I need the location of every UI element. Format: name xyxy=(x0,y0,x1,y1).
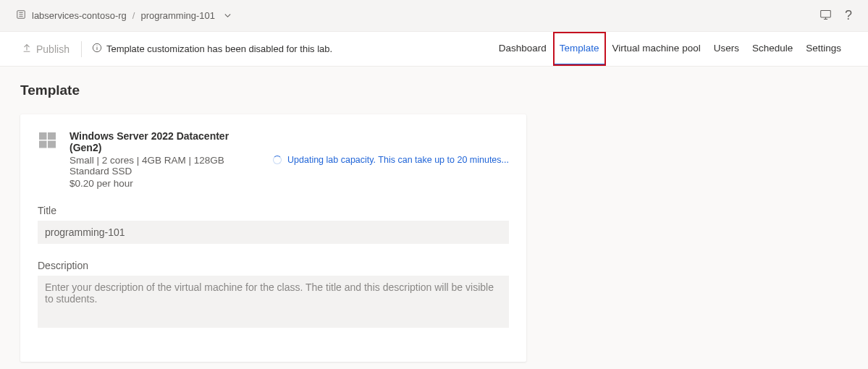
breadcrumb-bar: labservices-contoso-rg / programming-101… xyxy=(0,0,868,32)
info-icon xyxy=(92,43,102,55)
info-message: Template customization has been disabled… xyxy=(92,43,332,55)
title-field-group: Title xyxy=(38,205,509,244)
page-title: Template xyxy=(20,82,848,98)
tab-virtual-machine-pool[interactable]: Virtual machine pool xyxy=(606,32,707,66)
vm-status-text: Updating lab capacity. This can take up … xyxy=(287,155,509,165)
spinner-icon xyxy=(273,156,282,164)
breadcrumb-resource-group[interactable]: labservices-contoso-rg xyxy=(32,10,127,21)
title-input[interactable] xyxy=(38,221,509,244)
title-label: Title xyxy=(38,205,509,216)
template-card: Windows Server 2022 Datacenter (Gen2) Sm… xyxy=(20,114,526,362)
vm-name: Windows Server 2022 Datacenter (Gen2) xyxy=(69,130,261,153)
tab-users[interactable]: Users xyxy=(707,32,746,66)
resource-group-icon xyxy=(16,9,26,22)
header-actions: ? xyxy=(819,8,852,23)
vm-spec: Small | 2 cores | 4GB RAM | 128GB Standa… xyxy=(69,155,261,177)
page-content: Template Windows Server 2022 Datacenter … xyxy=(0,67,868,369)
vm-info: Windows Server 2022 Datacenter (Gen2) Sm… xyxy=(69,130,261,189)
info-message-text: Template customization has been disabled… xyxy=(106,43,332,54)
breadcrumb: labservices-contoso-rg / programming-101 xyxy=(16,9,232,22)
breadcrumb-separator: / xyxy=(132,10,135,21)
upload-icon xyxy=(22,43,32,55)
tab-settings[interactable]: Settings xyxy=(799,32,848,66)
svg-rect-8 xyxy=(48,141,56,148)
svg-rect-7 xyxy=(39,141,47,148)
breadcrumb-lab-name[interactable]: programming-101 xyxy=(140,10,215,21)
help-icon[interactable]: ? xyxy=(845,8,852,23)
chevron-down-icon[interactable] xyxy=(224,12,232,20)
svg-rect-5 xyxy=(39,132,47,140)
tab-schedule[interactable]: Schedule xyxy=(746,32,799,66)
svg-rect-6 xyxy=(48,132,56,140)
tab-dashboard[interactable]: Dashboard xyxy=(492,32,553,66)
description-field-group: Description xyxy=(38,260,509,330)
feedback-icon[interactable] xyxy=(819,9,832,23)
svg-point-4 xyxy=(96,46,97,46)
publish-label: Publish xyxy=(36,43,69,55)
windows-icon xyxy=(38,130,58,150)
toolbar-divider xyxy=(81,41,82,57)
tab-template[interactable]: Template xyxy=(553,32,606,66)
publish-button[interactable]: Publish xyxy=(20,43,71,55)
description-input[interactable] xyxy=(38,276,509,328)
lab-tabs: Dashboard Template Virtual machine pool … xyxy=(492,32,848,66)
vm-cost: $0.20 per hour xyxy=(69,178,261,189)
description-label: Description xyxy=(38,260,509,271)
svg-rect-1 xyxy=(821,10,831,17)
lab-toolbar: Publish Template customization has been … xyxy=(0,32,868,67)
vm-status: Updating lab capacity. This can take up … xyxy=(273,130,509,189)
